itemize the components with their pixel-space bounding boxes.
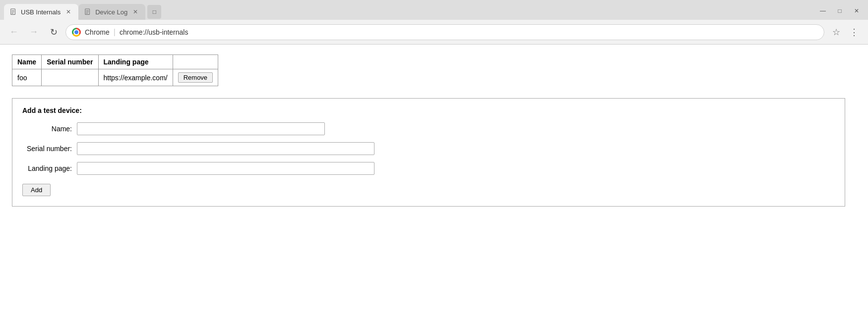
landing-page-input[interactable] — [77, 162, 374, 175]
serial-label: Serial number: — [22, 145, 72, 153]
reload-button[interactable]: ↻ — [46, 24, 62, 40]
name-input[interactable] — [77, 122, 325, 135]
serial-form-row: Serial number: — [22, 142, 835, 155]
back-button[interactable]: ← — [6, 24, 22, 40]
col-header-serial: Serial number — [42, 55, 98, 69]
title-bar: USB Internals ✕ Device Log ✕ □ — □ ✕ — [0, 0, 868, 20]
close-window-button[interactable]: ✕ — [849, 5, 864, 17]
address-bar[interactable]: Chrome | chrome://usb-internals — [65, 24, 824, 40]
col-header-landing: Landing page — [98, 55, 173, 69]
serial-number-input[interactable] — [77, 142, 374, 155]
tab-close-button[interactable]: ✕ — [64, 8, 72, 16]
cell-serial — [42, 69, 98, 86]
table-header-row: Name Serial number Landing page — [12, 55, 218, 69]
add-button[interactable]: Add — [22, 184, 51, 196]
remove-button[interactable]: Remove — [178, 72, 213, 83]
url-text: chrome://usb-internals — [120, 28, 188, 36]
table-row: foo https://example.com/ Remove — [12, 69, 218, 86]
tab-device-log-label: Device Log — [95, 8, 127, 16]
chrome-name: Chrome — [85, 28, 110, 36]
cell-landing: https://example.com/ — [98, 69, 173, 86]
tab-device-log-close-button[interactable]: ✕ — [131, 8, 139, 16]
tab-page-icon-2 — [84, 8, 91, 15]
tab-usb-internals[interactable]: USB Internals ✕ — [4, 4, 78, 20]
minimize-button[interactable]: — — [815, 5, 830, 17]
tab-page-icon — [10, 8, 17, 15]
toolbar-actions: ☆ ⋮ — [828, 24, 862, 40]
cell-action: Remove — [173, 69, 218, 86]
name-form-row: Name: — [22, 122, 835, 135]
menu-button[interactable]: ⋮ — [846, 24, 862, 40]
toolbar: ← → ↻ Chrome | chrome://usb-internals ☆ … — [0, 20, 868, 45]
devices-table: Name Serial number Landing page foo http… — [12, 54, 218, 86]
tab-device-log[interactable]: Device Log ✕ — [78, 4, 145, 20]
new-tab-button[interactable]: □ — [147, 5, 161, 19]
cell-name: foo — [12, 69, 42, 86]
landing-form-row: Landing page: — [22, 162, 835, 175]
tab-label: USB Internals — [21, 8, 61, 16]
page-content: Name Serial number Landing page foo http… — [0, 45, 868, 319]
chrome-logo-icon — [72, 28, 81, 37]
section-title: Add a test device: — [22, 106, 835, 114]
window-controls: — □ ✕ — [815, 5, 864, 20]
forward-button[interactable]: → — [26, 24, 42, 40]
add-device-section: Add a test device: Name: Serial number: … — [12, 98, 845, 207]
landing-label: Landing page: — [22, 164, 72, 172]
name-label: Name: — [22, 125, 72, 133]
bookmark-button[interactable]: ☆ — [828, 24, 844, 40]
address-divider: | — [114, 28, 116, 37]
maximize-button[interactable]: □ — [832, 5, 847, 17]
col-header-action — [173, 55, 218, 69]
col-header-name: Name — [12, 55, 42, 69]
